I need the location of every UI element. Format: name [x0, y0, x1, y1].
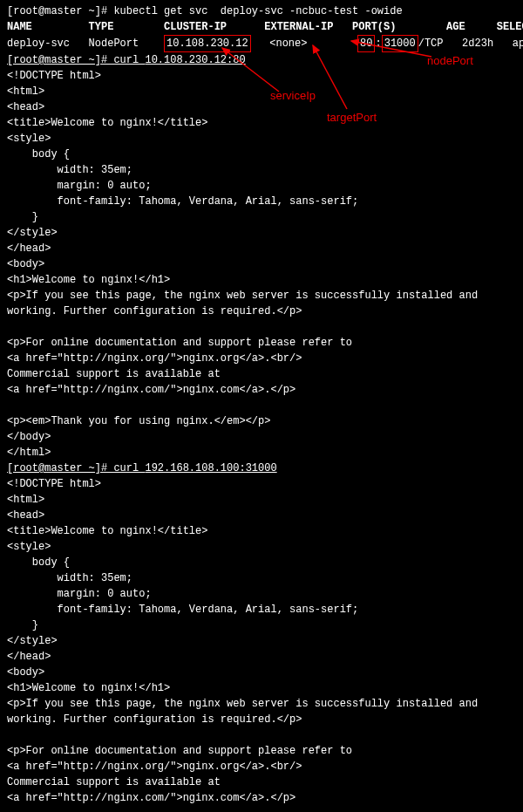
output-line: </html> [7, 445, 516, 461]
output-line: } [7, 209, 516, 225]
output-line: <a href="http://nginx.org/">nginx.org</a… [7, 351, 516, 366]
node-port-box: 31000 [382, 35, 418, 52]
output-line: Commercial support is available at [7, 366, 516, 382]
curl-ip: 192.168.108.100:31000 [145, 462, 276, 474]
table-row: deploy-svc NodePort 10.108.230.12 <none>… [7, 35, 516, 52]
output-line [7, 727, 516, 743]
output-line: <h1>Welcome to nginx!</h1> [7, 272, 516, 288]
output-line: <!DOCTYPE html> [7, 476, 516, 492]
output-line: <style> [7, 131, 516, 147]
output-line: width: 35em; [7, 570, 516, 586]
output-line: <html> [7, 84, 516, 99]
output-line: <style> [7, 539, 516, 555]
output-line: </style> [7, 225, 516, 241]
output-line: <title>Welcome to nginx!</title> [7, 115, 516, 131]
output-line: <a href="http://nginx.com/">nginx.com</a… [7, 790, 516, 806]
table-header: NAME TYPE CLUSTER-IP EXTERNAL-IP PORT(S)… [7, 19, 516, 35]
output-line: <p>If you see this page, the nginx web s… [7, 288, 516, 304]
curl-prefix: [root@master ~]# curl [7, 462, 145, 474]
output-line: </head> [7, 649, 516, 665]
output-line: body { [7, 147, 516, 162]
output-line: <a href="http://nginx.org/">nginx.org</a… [7, 759, 516, 774]
output-line: </style> [7, 633, 516, 649]
external-ip: <none> [251, 38, 357, 50]
output-line: margin: 0 auto; [7, 586, 516, 602]
output-line: font-family: Tahoma, Verdana, Arial, san… [7, 194, 516, 209]
cluster-ip-box: 10.108.230.12 [164, 35, 251, 52]
output-line: <body> [7, 256, 516, 272]
output-line: body { [7, 555, 516, 570]
output-line: <body> [7, 665, 516, 680]
output-line: working. Further configuration is requir… [7, 712, 516, 727]
target-port-box: 80 [357, 35, 375, 52]
output-line: <title>Welcome to nginx!</title> [7, 523, 516, 539]
command-line: [root@master ~]# curl 192.168.108.100:31… [7, 461, 516, 476]
output-line: <p><em>Thank you for using nginx.</em></… [7, 413, 516, 429]
output-line: <h1>Welcome to nginx!</h1> [7, 680, 516, 696]
port-colon: : [375, 38, 381, 50]
output-line: <p>If you see this page, the nginx web s… [7, 696, 516, 712]
output-line [7, 319, 516, 335]
command-line: [root@master ~]# curl 10.108.230.12:80 [7, 52, 516, 68]
row-rest: /TCP 2d23h app=nginx-dev [418, 38, 523, 50]
output-line: font-family: Tahoma, Verdana, Arial, san… [7, 602, 516, 618]
curl-ip: 10.108.230.12:80 [145, 54, 245, 66]
output-line: <p>For online documentation and support … [7, 335, 516, 351]
output-line: margin: 0 auto; [7, 178, 516, 194]
output-line: <a href="http://nginx.com/">nginx.com</a… [7, 382, 516, 398]
output-line: <html> [7, 492, 516, 508]
output-line: <head> [7, 508, 516, 523]
output-line: width: 35em; [7, 162, 516, 178]
output-line: Commercial support is available at [7, 774, 516, 790]
output-line: </head> [7, 241, 516, 256]
output-line: working. Further configuration is requir… [7, 304, 516, 319]
output-line: <!DOCTYPE html> [7, 68, 516, 84]
output-line: <head> [7, 99, 516, 115]
output-line: </body> [7, 429, 516, 445]
command-line: [root@master ~]# kubectl get svc deploy-… [7, 3, 516, 19]
output-line: <p>For online documentation and support … [7, 743, 516, 759]
output-line [7, 398, 516, 413]
curl-prefix: [root@master ~]# curl [7, 54, 145, 66]
output-line: } [7, 618, 516, 633]
output-line [7, 806, 516, 812]
svc-name: deploy-svc NodePort [7, 38, 164, 50]
